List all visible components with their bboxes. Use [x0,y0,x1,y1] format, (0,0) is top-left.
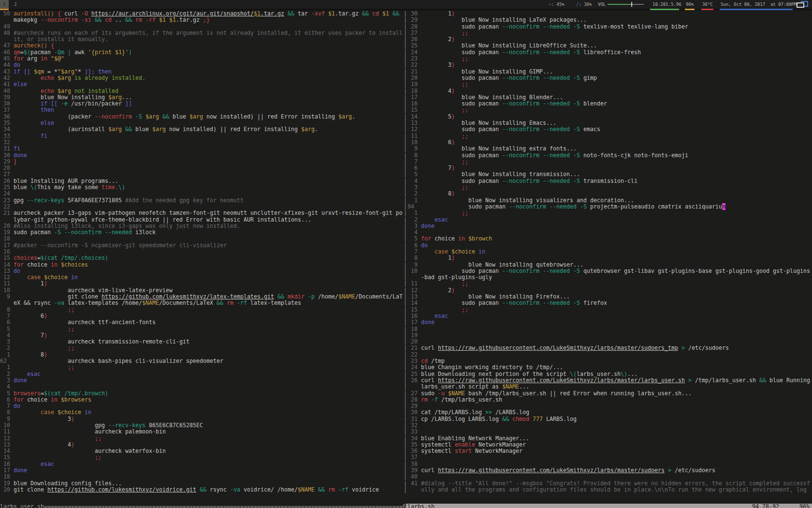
buffer-line: 12 sudo pacman --noconfirm --needed -S e… [407,126,812,133]
buffer-line: 13do [0,268,403,274]
line-text: else [14,120,403,126]
line-text [14,204,403,210]
underline-temp [701,9,713,10]
buffer-line: 40 echo $arg not installed [0,88,403,94]
line-number: 3 [0,339,10,345]
line-text: choices=$(cat /tmp/.choices) [14,255,403,261]
line-text: do [14,268,403,274]
buffer-line: 3 ;; [407,184,812,191]
buffer-line: 43if [[ $qm = *"$arg"* ]]; then [0,69,403,75]
line-text: esac [14,371,403,377]
workspace-tag-2[interactable]: 2 [9,0,22,9]
buffer-line: 37 [407,454,812,461]
line-text: esac [14,461,403,467]
buffer-line: 25 blue Now installing LibreOffice Suite… [407,43,812,49]
line-number: 22 [407,62,418,68]
line-number: 35 [0,120,10,126]
line-number: 5 [0,326,10,332]
line-text: ;; [14,454,403,461]
line-text: rm -f /tmp/larbs_user.sh [421,397,811,403]
line-text [421,422,811,429]
buffer-line: 13 blue Now installing Emacs... [407,120,812,126]
clock: Sun, Oct 08, 2017 at 07:00PM [721,0,797,9]
buffer-line: 37 then [0,107,403,113]
line-number: 40 [0,88,10,94]
line-number: 15 [0,255,10,261]
buffer-line: 7 6) [0,313,403,319]
vertical-split-separator[interactable]: | | | | | | | | | | | | | | | | | | | | … [403,11,407,493]
line-number: 36 [0,114,10,120]
line-number: 5 [407,171,418,178]
line-text [14,191,403,197]
buffer-line: 15 ;; [407,107,812,113]
buffer-line: 18 [0,474,403,480]
buffer-line: 26 2) [407,36,812,43]
line-number: 8 [407,255,418,261]
line-text: done [14,152,403,159]
line-number: 50 [0,11,10,24]
line-text: ;; [14,307,403,313]
line-number: 27 [407,30,418,36]
line-number: 12 [407,287,418,294]
buffer-line: 7do [0,403,403,409]
buffer-line: 24 [0,191,403,197]
line-text: sudo pacman --noconfirm --needed -S libr… [421,49,811,56]
line-number: 14 [407,114,418,120]
line-number: 37 [0,107,10,113]
buffer-line: 28 sudo pacman --noconfirm --needed -S t… [407,24,812,30]
line-number: 8 [0,409,10,416]
buffer-line: 38 [407,461,812,467]
buffer-line: 42 echo $arg is already installed. [0,75,403,81]
line-text: cd /tmp [421,358,811,364]
line-number: 14 [0,448,10,454]
line-number: 8 [0,307,10,313]
buffer-line: 44do [0,62,403,68]
line-number: 4 [0,332,10,339]
line-text: 3) [421,62,811,68]
line-text [421,454,811,461]
line-text: git clone https://github.com/lukesmithxy… [14,294,403,307]
buffer-line: 31fi [0,146,403,152]
line-text: sudo pacman --noconfirm --needed -S gimp [421,75,811,81]
line-number: 17 [407,94,418,101]
line-text: for choice in $choices [14,262,403,268]
workspace-tag-1[interactable]: 1 [0,0,9,9]
line-number: 21 [407,69,418,75]
line-text: do [14,62,403,68]
line-text: blue \(This may take some time.\) [14,184,403,191]
line-text: sudo pacman --noconfirm --needed -S proj… [421,204,811,210]
line-number: 10 [407,139,418,146]
line-number: 28 [407,24,418,30]
line-text: blue Now installing $arg... [14,94,403,101]
line-number: 21 [0,210,10,223]
line-number: 31 [407,416,418,422]
vim-editor: 50aurinstall() { curl -O https://aur.arc… [0,11,812,508]
line-text [14,384,403,390]
systray-window-icon[interactable] [796,1,808,8]
line-number: 26 [0,178,10,184]
line-text: for arg in "$@" [14,56,403,62]
line-number: 35 [407,442,418,448]
vim-window-larbs-sh[interactable]: 30 1)29 blue Now installing LaTeX packag… [407,11,812,493]
line-text: else [14,81,403,88]
line-number: 22 [0,204,10,210]
line-number: 10 [407,268,418,281]
line-text [421,403,811,409]
line-text: 2) [421,287,811,294]
buffer-line: 14for choice in $choices [0,262,403,268]
line-text: 7) [421,165,811,171]
line-number: 3 [407,184,418,191]
line-number: 38 [407,461,418,467]
line-number: 1 [407,210,418,216]
line-text: for choice in $browch [421,236,811,242]
buffer-line: 19blue Downloading config files... [0,480,403,487]
buffer-line: 30done [0,152,403,159]
buffer-line: 10 6) [407,139,812,146]
line-number: 19 [0,229,10,236]
line-number: 2 [0,345,10,351]
volume-slider[interactable] [608,4,644,5]
line-text [14,249,403,255]
buffer-line: 10 sudo pacman --noconfirm --needed -S q… [407,268,812,281]
vim-window-larbs-user-sh[interactable]: 50aurinstall() { curl -O https://aur.arc… [0,11,403,493]
line-text: esac [421,217,811,223]
